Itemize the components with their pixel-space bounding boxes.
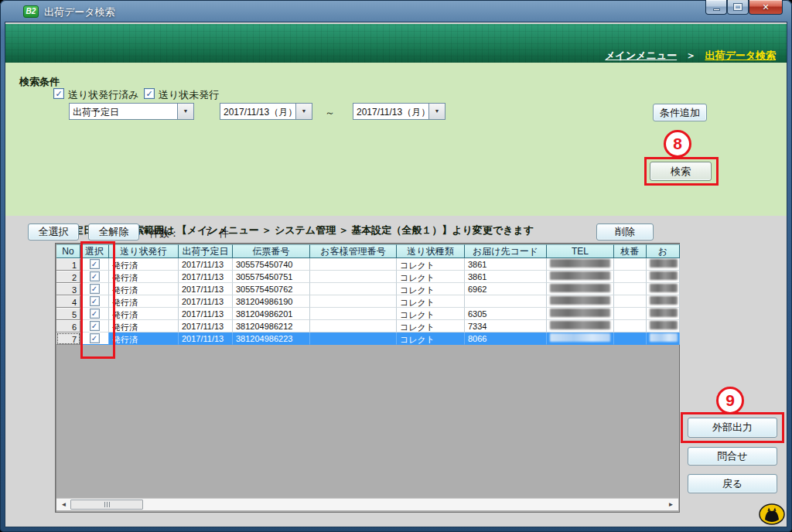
check-icon: ✓ bbox=[145, 89, 152, 98]
select-cell[interactable]: ✓ bbox=[80, 320, 109, 332]
column-header-3[interactable]: 出荷予定日 bbox=[179, 244, 233, 258]
back-button[interactable]: 戻る bbox=[688, 474, 777, 493]
customer-number-cell bbox=[310, 271, 397, 283]
destination-code-cell: 8066 bbox=[465, 332, 547, 345]
row-number-cell: 3 bbox=[56, 283, 80, 295]
scroll-left-icon[interactable]: ◄ bbox=[58, 499, 70, 510]
ship-date-cell: 2017/11/13 bbox=[179, 295, 233, 308]
select-all-button[interactable]: 全選択 bbox=[28, 223, 79, 240]
table-row[interactable]: 1✓発行済2017/11/13305575450740コレクト3861 bbox=[56, 258, 680, 271]
select-cell[interactable]: ✓ bbox=[80, 258, 109, 271]
tel-cell bbox=[547, 332, 614, 345]
application-window: B2 出荷データ検索 ✕ メインメニュー ＞ 出荷データ検索 検索条件 ✓ 送り… bbox=[0, 0, 792, 532]
destination-code-cell: 3861 bbox=[465, 271, 547, 283]
slip-number-cell: 305575450751 bbox=[233, 271, 310, 283]
table-row[interactable]: 5✓発行済2017/11/13381204986201コレクト6305 bbox=[56, 308, 680, 320]
chevron-down-icon[interactable]: ▼ bbox=[295, 103, 312, 120]
column-header-7[interactable]: お届け先コード bbox=[465, 244, 547, 258]
chevron-down-icon[interactable]: ▼ bbox=[428, 103, 446, 120]
checkbox-issued[interactable]: ✓ bbox=[53, 88, 64, 99]
customer-number-cell bbox=[310, 308, 397, 320]
customer-number-cell bbox=[310, 332, 397, 345]
search-button[interactable]: 検索 bbox=[650, 162, 712, 181]
chevron-down-icon[interactable]: ▼ bbox=[177, 103, 194, 120]
close-button[interactable]: ✕ bbox=[749, 0, 783, 15]
branch-number-cell bbox=[614, 258, 647, 271]
row-checkbox[interactable]: ✓ bbox=[90, 333, 100, 343]
column-header-9[interactable]: 枝番 bbox=[614, 244, 647, 258]
breadcrumb-current-link[interactable]: 出荷データ検索 bbox=[705, 49, 776, 61]
minimize-button[interactable] bbox=[705, 0, 727, 15]
branch-number-cell bbox=[614, 295, 647, 308]
redacted-tel-value bbox=[550, 321, 610, 329]
table-row[interactable]: 3✓発行済2017/11/13305575450762コレクト6962 bbox=[56, 283, 680, 295]
maximize-button[interactable] bbox=[727, 0, 749, 15]
horizontal-scrollbar[interactable]: ◄ ► bbox=[56, 498, 678, 510]
extra-cell bbox=[647, 320, 680, 332]
ship-date-cell: 2017/11/13 bbox=[179, 283, 233, 295]
slip-type-cell: コレクト bbox=[397, 283, 465, 295]
slip-type-cell: コレクト bbox=[397, 295, 465, 308]
delete-button[interactable]: 削除 bbox=[596, 223, 654, 240]
row-checkbox[interactable]: ✓ bbox=[90, 309, 100, 319]
checkbox-not-issued[interactable]: ✓ bbox=[144, 88, 155, 99]
annotation-step-8: 8 bbox=[664, 130, 691, 158]
date-from-value[interactable]: 2017/11/13（月） bbox=[220, 103, 295, 120]
redacted-tel-value bbox=[550, 333, 610, 342]
row-checkbox[interactable]: ✓ bbox=[90, 284, 100, 294]
ship-date-cell: 2017/11/13 bbox=[179, 332, 233, 345]
branch-number-cell bbox=[614, 320, 647, 332]
row-checkbox[interactable]: ✓ bbox=[90, 259, 100, 269]
destination-code-cell: 7334 bbox=[465, 320, 547, 332]
slip-number-cell: 305575450762 bbox=[233, 283, 310, 295]
column-header-0[interactable]: No bbox=[56, 244, 80, 258]
customer-number-cell bbox=[310, 283, 397, 295]
column-header-1[interactable]: 選択 bbox=[80, 244, 109, 258]
row-checkbox[interactable]: ✓ bbox=[90, 271, 100, 281]
scrollbar-thumb[interactable] bbox=[70, 500, 143, 510]
table-row[interactable]: 2✓発行済2017/11/13305575450751コレクト3861 bbox=[56, 271, 680, 283]
select-cell[interactable]: ✓ bbox=[80, 332, 109, 345]
column-header-5[interactable]: お客様管理番号 bbox=[310, 244, 397, 258]
row-checkbox[interactable]: ✓ bbox=[90, 296, 100, 306]
minimize-icon bbox=[713, 9, 720, 11]
inquiry-button[interactable]: 問合せ bbox=[688, 447, 777, 466]
check-icon: ✓ bbox=[55, 89, 62, 98]
date-to-combo[interactable]: 2017/11/13（月） ▼ bbox=[353, 103, 446, 120]
row-checkbox[interactable]: ✓ bbox=[90, 321, 100, 331]
select-cell[interactable]: ✓ bbox=[80, 271, 109, 283]
add-condition-button[interactable]: 条件追加 bbox=[653, 104, 707, 121]
search-field-type-value[interactable]: 出荷予定日 bbox=[69, 103, 177, 120]
tel-cell bbox=[547, 283, 614, 295]
table-row[interactable]: 4✓発行済2017/11/13381204986190コレクト bbox=[56, 295, 680, 308]
date-from-combo[interactable]: 2017/11/13（月） ▼ bbox=[220, 103, 312, 120]
table-row[interactable]: 7✓発行済2017/11/13381204986223コレクト8066 bbox=[56, 332, 680, 345]
row-number-cell: 5 bbox=[56, 308, 80, 320]
select-cell[interactable]: ✓ bbox=[80, 283, 109, 295]
column-header-6[interactable]: 送り状種類 bbox=[397, 244, 465, 258]
date-to-value[interactable]: 2017/11/13（月） bbox=[353, 103, 428, 120]
yamato-cat-logo-icon bbox=[759, 503, 785, 525]
customer-number-cell bbox=[310, 295, 397, 308]
ship-date-cell: 2017/11/13 bbox=[179, 258, 233, 271]
column-header-4[interactable]: 伝票番号 bbox=[233, 244, 310, 258]
table-row[interactable]: 6✓発行済2017/11/13381204986212コレクト7334 bbox=[56, 320, 680, 332]
export-button[interactable]: 外部出力 bbox=[688, 418, 777, 438]
column-header-8[interactable]: TEL bbox=[547, 244, 614, 258]
select-cell[interactable]: ✓ bbox=[80, 295, 109, 308]
title-bar[interactable]: B2 出荷データ検索 ✕ bbox=[0, 0, 792, 22]
customer-number-cell bbox=[310, 320, 397, 332]
column-header-10[interactable]: お bbox=[647, 244, 680, 258]
search-field-type-combo[interactable]: 出荷予定日 ▼ bbox=[69, 103, 194, 120]
deselect-all-button[interactable]: 全解除 bbox=[88, 223, 139, 240]
destination-code-cell bbox=[465, 295, 547, 308]
column-header-2[interactable]: 送り状発行 bbox=[109, 244, 179, 258]
ship-date-cell: 2017/11/13 bbox=[179, 308, 233, 320]
checkbox-not-issued-label: 送り状未発行 bbox=[159, 88, 219, 102]
slip-type-cell: コレクト bbox=[397, 258, 465, 271]
scroll-right-icon[interactable]: ► bbox=[665, 499, 677, 510]
select-cell[interactable]: ✓ bbox=[80, 308, 109, 320]
slip-number-cell: 381204986190 bbox=[233, 295, 310, 308]
check-icon: ✓ bbox=[91, 322, 97, 330]
breadcrumb-main-menu-link[interactable]: メインメニュー bbox=[605, 49, 677, 61]
